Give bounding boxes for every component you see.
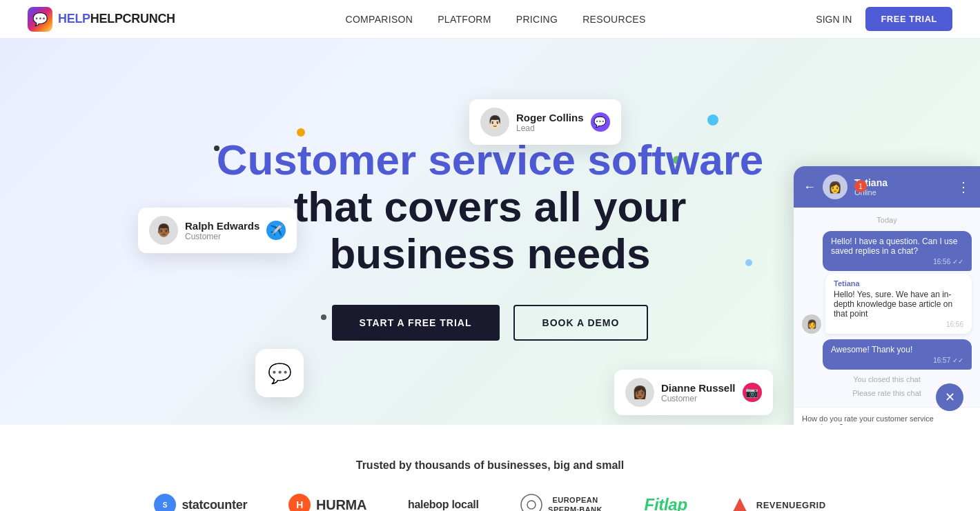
chat-user-info: Tetiana Online	[854, 177, 950, 197]
main-nav: COMPARISON PLATFORM PRICING RESOURCES	[346, 14, 646, 25]
navbar: 💬 HELPHELPCRUNCH COMPARISON PLATFORM PRI…	[0, 0, 980, 39]
chat-back-button[interactable]: ←	[803, 180, 816, 194]
message-2-sender: Tetiana	[834, 279, 963, 288]
logo[interactable]: 💬 HELPHELPCRUNCH	[28, 7, 175, 32]
navbar-right: SIGN IN FREE TRIAL	[816, 7, 952, 31]
nav-platform[interactable]: PLATFORM	[438, 14, 491, 25]
brand-statcounter: S statcounter	[154, 494, 247, 511]
esb-icon	[520, 494, 542, 511]
book-demo-button[interactable]: BOOK A DEMO	[513, 305, 649, 341]
nav-pricing[interactable]: PRICING	[516, 14, 558, 25]
message-3-time: 16:57 ✓✓	[831, 357, 963, 364]
nav-resources[interactable]: RESOURCES	[582, 14, 645, 25]
card-roger: 👨🏻 Roger Collins Lead 💬	[469, 99, 621, 145]
chat-date: Today	[802, 216, 972, 224]
card-ralph: 👨🏾 Ralph Edwards Customer ✈️	[138, 208, 297, 253]
free-trial-button[interactable]: FREE TRIAL	[865, 7, 952, 31]
message-2-time: 16:56	[834, 321, 963, 328]
svg-point-3	[527, 501, 536, 509]
chat-user-status: Online	[854, 188, 950, 197]
hero-buttons: START A FREE TRIAL BOOK A DEMO	[217, 305, 764, 341]
message-3: Awesome! Thank you! 16:57 ✓✓	[823, 339, 972, 370]
nav-comparison[interactable]: COMPARISON	[346, 14, 413, 25]
sign-in-link[interactable]: SIGN IN	[816, 14, 852, 25]
ralph-info: Ralph Edwards Customer	[185, 220, 259, 241]
chat-close-button[interactable]: ✕	[936, 383, 963, 411]
tetiana-avatar: 👩	[802, 314, 821, 334]
esb-label: EUROPEAN SPERM·BANK	[548, 495, 603, 511]
trusted-section: Trusted by thousands of businesses, big …	[0, 425, 980, 511]
dianne-info: Dianne Russell Customer	[661, 382, 736, 403]
statcounter-label: statcounter	[182, 498, 247, 512]
logo-icon: 💬	[28, 7, 52, 32]
card-dianne: 👩🏾 Dianne Russell Customer 📷	[614, 370, 773, 415]
hurma-icon: H	[288, 494, 311, 511]
roger-info: Roger Collins Lead	[516, 112, 584, 133]
chat-user-name: Tetiana	[854, 177, 950, 188]
brand-hurma: H HURMA	[288, 494, 366, 511]
fitlap-label: Fitlap	[645, 495, 687, 511]
chat-body: Today Hello! I have a question. Can I us…	[794, 208, 980, 407]
chat-floating-icon: 💬	[255, 349, 304, 397]
chat-header-avatar-wrap: 👩 1	[823, 174, 847, 199]
chat-header: ← 👩 1 Tetiana Online ⋮	[794, 166, 980, 208]
ralph-role: Customer	[185, 232, 259, 241]
start-free-trial-button[interactable]: START A FREE TRIAL	[332, 305, 500, 341]
message-2-container: 👩 Tetiana Hello! Yes, sure. We have an i…	[802, 274, 972, 334]
hero-title-line3: business needs	[217, 230, 764, 277]
telegram-icon: ✈️	[266, 221, 286, 240]
chat-more-button[interactable]: ⋮	[957, 179, 970, 195]
roger-avatar: 👨🏻	[480, 108, 509, 137]
roger-role: Lead	[516, 123, 584, 133]
rating-question: How do you rate your customer service ex…	[802, 414, 972, 425]
roger-name: Roger Collins	[516, 112, 584, 123]
logo-text: HELPHELPCRUNCH	[58, 12, 175, 26]
svg-text:S: S	[163, 501, 168, 509]
revenuegrid-label: REVENUEGRID	[756, 500, 826, 510]
trusted-logos: S statcounter H HURMA halebop locall EUR…	[28, 494, 952, 511]
dianne-avatar: 👩🏾	[625, 378, 654, 407]
chat-bubble-icon: 💬	[268, 362, 292, 385]
trusted-title: Trusted by thousands of businesses, big …	[28, 459, 952, 472]
brand-revenuegrid: REVENUEGRID	[729, 494, 826, 511]
chat-user-avatar: 👩	[823, 174, 847, 199]
dianne-role: Customer	[661, 394, 736, 403]
brand-fitlap: Fitlap	[645, 495, 687, 511]
hero-section: 👨🏾 Ralph Edwards Customer ✈️ 👨🏻 Roger Co…	[0, 39, 980, 425]
message-1: Hello! I have a question. Can I use save…	[823, 231, 972, 271]
halebop-label: halebop locall	[408, 499, 479, 511]
brand-halebop: halebop locall	[408, 499, 479, 511]
instagram-icon: 📷	[743, 383, 762, 402]
system-closed-msg: You closed this chat	[802, 375, 972, 383]
message-2: Tetiana Hello! Yes, sure. We have an in-…	[825, 274, 972, 334]
hero-title-line2: that covers all your	[217, 183, 764, 230]
ralph-name: Ralph Edwards	[185, 220, 259, 232]
revenuegrid-icon	[729, 494, 751, 511]
message-1-time: 16:56 ✓✓	[831, 258, 963, 265]
messenger-icon: 💬	[591, 112, 610, 132]
dianne-name: Dianne Russell	[661, 382, 736, 394]
ralph-avatar: 👨🏾	[149, 216, 178, 245]
notification-badge: 1	[854, 180, 867, 192]
svg-marker-4	[733, 498, 747, 511]
hurma-label: HURMA	[316, 497, 366, 512]
brand-esb: EUROPEAN SPERM·BANK	[520, 494, 603, 511]
statcounter-icon: S	[154, 494, 176, 511]
